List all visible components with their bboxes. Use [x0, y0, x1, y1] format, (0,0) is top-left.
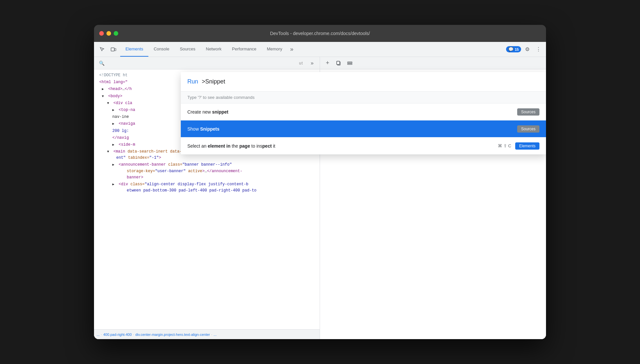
svg-rect-3 — [337, 61, 340, 64]
svg-rect-0 — [111, 48, 114, 51]
window-title: DevTools - developer.chrome.com/docs/dev… — [270, 31, 370, 36]
command-item-show-snippets-badge: Sources — [517, 125, 539, 133]
styles-toolbar: + — [320, 57, 546, 69]
inspect-element-icon[interactable] — [97, 45, 107, 54]
tab-bar-left-icons — [95, 42, 120, 57]
tab-bar: Elements Console Sources Network Perform… — [94, 42, 546, 57]
command-item-select-shortcut: ⌘ ⇧ C — [498, 143, 511, 148]
command-input-row: Run — [181, 72, 546, 92]
close-button[interactable] — [99, 31, 104, 36]
command-item-select-element-text: Select an element in the page to inspect… — [187, 143, 498, 149]
elements-more-icon[interactable]: » — [307, 58, 317, 68]
device-toolbar-icon[interactable] — [108, 45, 118, 54]
breadcrumb-div[interactable]: div.center-margin.project-hero.text-alig… — [135, 333, 210, 337]
breadcrumb-bar: ... · 400.pad-right-400 · div.center-mar… — [94, 329, 320, 339]
command-item-create-snippet-badge: Sources — [517, 108, 539, 116]
issues-badge[interactable]: 💬 15 — [506, 46, 521, 52]
svg-rect-5 — [348, 62, 352, 63]
command-arrow — [199, 78, 201, 85]
minimize-button[interactable] — [106, 31, 111, 36]
command-item-select-element-badge: Elements — [515, 142, 539, 150]
tab-sources[interactable]: Sources — [175, 42, 201, 57]
title-bar: DevTools - developer.chrome.com/docs/dev… — [94, 25, 546, 42]
tab-network[interactable]: Network — [201, 42, 227, 57]
styles-layout-icon[interactable] — [345, 58, 355, 68]
main-content: 🔍 ut » <!DOCTYPE ht <html lang=" ▶ <head… — [94, 57, 546, 339]
command-input-field[interactable] — [202, 78, 539, 85]
breadcrumb-pad[interactable]: 400.pad-right-400 — [103, 333, 132, 337]
maximize-button[interactable] — [114, 31, 118, 36]
traffic-lights — [99, 31, 118, 36]
devtools-window: DevTools - developer.chrome.com/docs/dev… — [94, 25, 546, 339]
command-hint: Type '?' to see available commands — [181, 92, 546, 103]
tab-more-button[interactable]: » — [288, 42, 296, 57]
svg-rect-1 — [115, 48, 116, 51]
command-item-show-snippets[interactable]: Show Snippets Sources — [181, 120, 546, 137]
html-announcement-line: ▶ <announcement-banner class="banner ban… — [94, 161, 320, 181]
elements-search-icon[interactable]: 🔍 — [97, 58, 106, 68]
styles-copy-icon[interactable] — [334, 58, 344, 68]
command-item-show-snippets-text: Show Snippets — [187, 126, 517, 132]
html-div-align-line: ▶ <div class="align-center display-flex … — [94, 181, 320, 194]
command-run-label: Run — [187, 78, 198, 85]
breadcrumb-ellipsis[interactable]: ... — [97, 333, 100, 337]
tab-bar-right: 💬 15 ⚙ ⋮ — [506, 42, 546, 57]
command-palette: Run Type '?' to see available commands C… — [181, 72, 546, 155]
tab-elements[interactable]: Elements — [120, 42, 148, 57]
tab-performance[interactable]: Performance — [227, 42, 261, 57]
command-item-create-snippet[interactable]: Create new snippet Sources — [181, 103, 546, 120]
svg-rect-6 — [348, 64, 352, 64]
tab-console[interactable]: Console — [148, 42, 175, 57]
command-item-select-element[interactable]: Select an element in the page to inspect… — [181, 137, 546, 155]
styles-add-icon[interactable]: + — [323, 58, 332, 68]
breadcrumb-end[interactable]: ... — [214, 333, 216, 337]
tab-memory[interactable]: Memory — [262, 42, 288, 57]
command-item-create-snippet-text: Create new snippet — [187, 109, 517, 115]
elements-toolbar-more[interactable]: ut — [296, 58, 306, 68]
settings-button[interactable]: ⚙ — [522, 45, 532, 54]
issues-badge-icon: 💬 — [508, 47, 514, 52]
more-options-button[interactable]: ⋮ — [534, 45, 543, 54]
devtools-panel: Elements Console Sources Network Perform… — [94, 42, 546, 339]
elements-toolbar: 🔍 ut » — [94, 57, 320, 69]
